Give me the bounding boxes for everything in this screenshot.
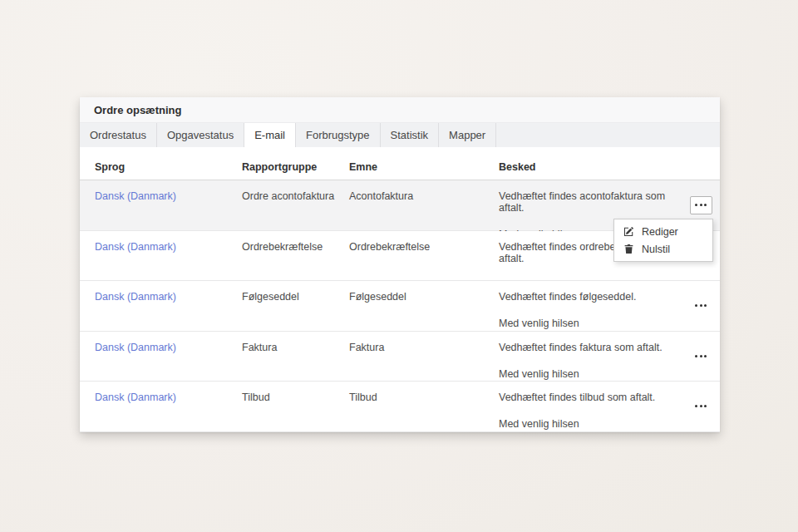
rapportgruppe-cell: Følgeseddel: [242, 281, 349, 331]
sprog-link[interactable]: Dansk (Danmark): [95, 190, 176, 202]
tab-bar: Ordrestatus Opgavestatus E-mail Forbrugs…: [80, 123, 720, 147]
besked-cell: Vedhæftet findes tilbud som aftalt. Med …: [499, 382, 682, 431]
besked-line2: Med venlig hilsen: [499, 318, 682, 329]
tab-statistik[interactable]: Statistik: [381, 123, 440, 147]
emne-cell: Faktura: [349, 332, 499, 382]
page-title: Ordre opsætning: [94, 104, 181, 116]
menu-item-nulstil[interactable]: Nulstil: [614, 240, 712, 258]
more-options-button[interactable]: [690, 196, 712, 214]
table-header: Sprog Rapportgruppe Emne Besked: [80, 147, 720, 180]
tab-email[interactable]: E-mail: [244, 123, 296, 147]
row-context-menu: Rediger Nulstil: [613, 219, 713, 262]
sprog-link[interactable]: Dansk (Danmark): [95, 291, 176, 303]
more-options-icon: [695, 204, 707, 206]
sprog-link[interactable]: Dansk (Danmark): [95, 342, 176, 353]
tab-opgavestatus[interactable]: Opgavestatus: [157, 123, 244, 147]
more-options-button[interactable]: [692, 400, 710, 412]
trash-icon: [623, 244, 634, 254]
panel-header: Ordre opsætning: [80, 97, 720, 123]
besked-line2: Med venlig hilsen: [499, 368, 682, 380]
table-row: Dansk (Danmark) Følgeseddel Følgeseddel …: [80, 281, 720, 332]
besked-cell: Vedhæftet findes faktura som aftalt. Med…: [499, 332, 682, 382]
sprog-link[interactable]: Dansk (Danmark): [95, 392, 176, 403]
rapportgruppe-cell: Faktura: [242, 332, 349, 382]
rapportgruppe-cell: Ordre acontofaktura: [242, 180, 349, 230]
more-options-button[interactable]: [692, 350, 710, 362]
besked-line1: Vedhæftet findes faktura som aftalt.: [499, 342, 682, 353]
besked-line1: Vedhæftet findes acontofaktura som aftal…: [499, 190, 682, 214]
rapportgruppe-cell: Ordrebekræftelse: [242, 231, 349, 281]
besked-cell: Vedhæftet findes følgeseddel. Med venlig…: [499, 281, 682, 331]
column-header-emne: Emne: [349, 161, 499, 180]
emne-cell: Følgeseddel: [349, 281, 499, 331]
besked-line2: Med venlig hilsen: [499, 418, 682, 430]
tab-mapper[interactable]: Mapper: [439, 123, 496, 147]
column-header-besked: Besked: [499, 161, 682, 180]
more-options-button[interactable]: [692, 299, 710, 312]
table-row: Dansk (Danmark) Faktura Faktura Vedhæfte…: [80, 332, 720, 382]
edit-icon: [623, 226, 634, 237]
tab-forbrugstype[interactable]: Forbrugstype: [296, 123, 381, 147]
sprog-link[interactable]: Dansk (Danmark): [95, 241, 176, 253]
column-header-rapportgruppe: Rapportgruppe: [242, 161, 349, 180]
column-header-sprog: Sprog: [95, 161, 242, 180]
ordre-opsaetning-panel: Ordre opsætning Ordrestatus Opgavestatus…: [80, 97, 720, 432]
besked-line1: Vedhæftet findes følgeseddel.: [499, 291, 682, 303]
emne-cell: Ordrebekræftelse: [349, 231, 499, 281]
emne-cell: Tilbud: [349, 382, 499, 431]
besked-line1: Vedhæftet findes tilbud som aftalt.: [499, 392, 682, 403]
rapportgruppe-cell: Tilbud: [242, 382, 349, 431]
menu-item-rediger[interactable]: Rediger: [614, 223, 712, 240]
emne-cell: Acontofaktura: [349, 180, 499, 230]
table-row: Dansk (Danmark) Tilbud Tilbud Vedhæftet …: [80, 382, 720, 432]
tab-ordrestatus[interactable]: Ordrestatus: [80, 123, 157, 147]
